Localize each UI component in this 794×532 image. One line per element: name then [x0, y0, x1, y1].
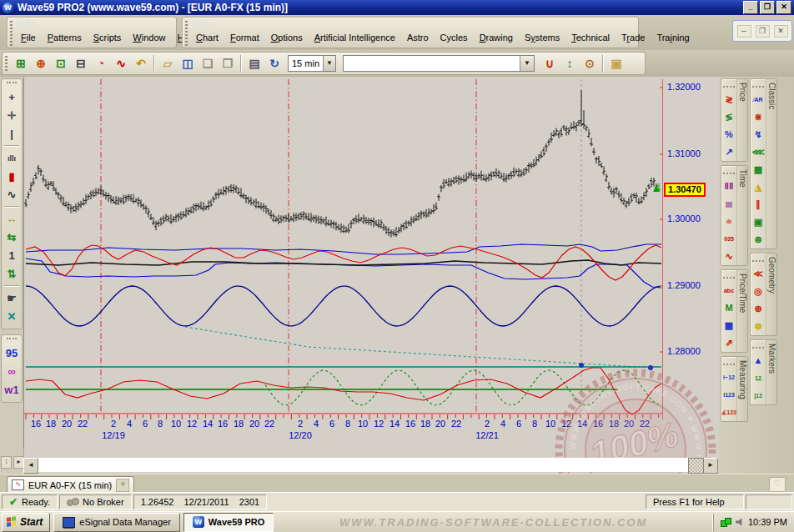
- mdi-close-button[interactable]: ✕: [774, 25, 788, 38]
- gann-95-tool[interactable]: 95: [3, 344, 21, 362]
- menu-chart[interactable]: Chart: [190, 30, 224, 45]
- tab-eur-a0-fx[interactable]: ∿ EUR A0-FX (15 min) ✕: [7, 476, 134, 493]
- toolbar-grip[interactable]: [5, 56, 8, 73]
- reset-scale-tool[interactable]: 1: [3, 247, 21, 264]
- ai-tools-button[interactable]: ◔: [91, 53, 111, 73]
- tab-close-icon[interactable]: ✕: [116, 479, 129, 492]
- save-chart-button[interactable]: ◫: [178, 53, 198, 73]
- wave-one-tool[interactable]: w1: [3, 381, 21, 399]
- scroll-left-button[interactable]: ◄: [23, 458, 38, 474]
- chart-plot[interactable]: 1618202224681012141618202224681012141618…: [23, 77, 663, 449]
- line-style-tool[interactable]: ∿: [3, 186, 21, 203]
- minimize-button[interactable]: _: [743, 1, 758, 14]
- show-objects-button[interactable]: ⊙: [580, 53, 600, 73]
- price-projection-icon[interactable]: ↗: [722, 145, 736, 158]
- text-label-icon[interactable]: abc: [722, 284, 736, 297]
- percent-retracement-icon[interactable]: %: [722, 128, 736, 141]
- vertical-level-icon[interactable]: |12: [751, 389, 765, 402]
- panel-grip[interactable]: [752, 347, 764, 349]
- menu-options[interactable]: Options: [265, 30, 309, 45]
- symbol-combobox[interactable]: ▼: [343, 55, 535, 72]
- network-icon[interactable]: [721, 518, 731, 526]
- restore-button[interactable]: ❐: [760, 1, 775, 14]
- close-button[interactable]: ✕: [776, 1, 791, 14]
- chevron-down-icon[interactable]: ▼: [520, 56, 534, 71]
- time-count-icon[interactable]: 035: [722, 232, 736, 245]
- menu-window[interactable]: Window: [127, 30, 171, 45]
- panel-grip[interactable]: [723, 364, 735, 365]
- menu-format[interactable]: Format: [224, 30, 265, 45]
- up-arrow-marker-icon[interactable]: ▲: [751, 354, 765, 367]
- world-scan-icon[interactable]: ⊛: [751, 233, 765, 246]
- copy-chart-button[interactable]: ❏: [198, 53, 218, 73]
- hub-circle-icon[interactable]: ⊗: [751, 319, 765, 333]
- fit-scale-button[interactable]: ↕: [560, 53, 580, 73]
- cursor-tool[interactable]: |: [3, 125, 21, 143]
- trend-arrow-icon[interactable]: ⇗: [722, 336, 736, 349]
- hzoom-out-tool[interactable]: ↔: [3, 210, 21, 228]
- open-chart-button[interactable]: ▱: [158, 53, 178, 73]
- start-button[interactable]: Start: [2, 513, 50, 532]
- fibonacci-fan-icon[interactable]: ≪: [751, 267, 765, 280]
- mdi-restore-button[interactable]: ❐: [756, 25, 770, 38]
- time-cycles-icon[interactable]: ‖‖: [722, 179, 736, 193]
- zigzag-arrows-icon[interactable]: ↯: [751, 128, 765, 141]
- panel-grip[interactable]: [723, 173, 735, 174]
- parallel-lines-icon[interactable]: ∥: [751, 198, 765, 211]
- angles-ar-icon[interactable]: ∕AR: [751, 93, 765, 106]
- menu-artificial-intelligence[interactable]: Artificial Intelligence: [309, 30, 401, 45]
- time-span-icon[interactable]: ||||: [722, 197, 736, 210]
- gann-fan-icon[interactable]: ⋘: [751, 145, 765, 158]
- square-spiral-icon[interactable]: ▣: [751, 215, 765, 228]
- task-esignal-button[interactable]: eSignal Data Manager: [53, 513, 179, 532]
- toolbar-grip[interactable]: [7, 338, 17, 343]
- menu-training[interactable]: Training: [651, 30, 695, 45]
- panel-grip[interactable]: [723, 277, 735, 279]
- vzoom-tool[interactable]: ⇅: [3, 265, 21, 283]
- angle-support-icon[interactable]: ≶: [722, 110, 736, 123]
- panel-grip[interactable]: [752, 260, 764, 262]
- toolbar-collapse-button[interactable]: ⁞: [1, 456, 12, 469]
- menu-astro[interactable]: Astro: [401, 30, 435, 45]
- candle-style-tool[interactable]: ▮: [3, 168, 21, 185]
- menu-file[interactable]: File: [15, 30, 42, 45]
- new-quote-window-button[interactable]: ⊟: [71, 53, 91, 73]
- task-wave59-button[interactable]: W Wave59 PRO: [183, 513, 274, 532]
- panel-grip[interactable]: [752, 86, 764, 88]
- time-histogram-icon[interactable]: ılı: [722, 214, 736, 228]
- horizontal-level-icon[interactable]: 1̲2̲: [751, 371, 765, 384]
- hzoom-in-tool[interactable]: ⇆: [3, 228, 21, 246]
- notes-button[interactable]: ▣: [606, 53, 626, 73]
- magnet-button[interactable]: ∪: [540, 53, 560, 73]
- concentric-circles-icon[interactable]: ◎: [751, 284, 765, 298]
- alert-triangle-icon[interactable]: ◮: [751, 180, 765, 193]
- speed-lines-icon[interactable]: ⋇: [751, 110, 765, 123]
- crosshair-tool[interactable]: +: [3, 88, 21, 106]
- grid-icon[interactable]: ▦: [722, 319, 736, 332]
- horizontal-measure-icon[interactable]: ⊢12: [722, 370, 736, 384]
- pattern-marker-icon[interactable]: M: [722, 301, 736, 314]
- menu-cycles[interactable]: Cycles: [435, 30, 474, 45]
- bar-style-tool[interactable]: ıllı: [3, 149, 21, 167]
- pointer-tool[interactable]: ☛: [3, 289, 21, 307]
- chevron-down-icon[interactable]: ▼: [323, 56, 335, 71]
- reload-data-button[interactable]: ↻: [264, 53, 284, 73]
- band-grip[interactable]: [185, 21, 188, 46]
- menu-patterns[interactable]: Patterns: [42, 30, 88, 45]
- cycle-ellipse-tool[interactable]: ∞: [3, 363, 21, 380]
- menu-trade[interactable]: Trade: [616, 30, 651, 45]
- scroll-right-button[interactable]: ►: [703, 458, 718, 474]
- pan-tool[interactable]: ✛: [3, 107, 21, 124]
- menu-scripts[interactable]: Scripts: [88, 30, 128, 45]
- export-chart-button[interactable]: ❐: [218, 53, 238, 73]
- gann-grid-icon[interactable]: ▦: [751, 163, 765, 176]
- new-pattern-window-button[interactable]: ⊡: [51, 53, 71, 73]
- menu-technical[interactable]: Technical: [565, 30, 616, 45]
- panel-grip[interactable]: [723, 86, 735, 88]
- angle-measure-icon[interactable]: ∡123: [722, 405, 736, 419]
- mdi-minimize-button[interactable]: ─: [737, 25, 751, 38]
- new-chart-button[interactable]: ⊞: [11, 53, 31, 73]
- scrollbar-thumb[interactable]: [688, 458, 704, 474]
- vertical-measure-icon[interactable]: I123: [722, 388, 736, 401]
- angle-resistance-icon[interactable]: ≷: [722, 93, 736, 106]
